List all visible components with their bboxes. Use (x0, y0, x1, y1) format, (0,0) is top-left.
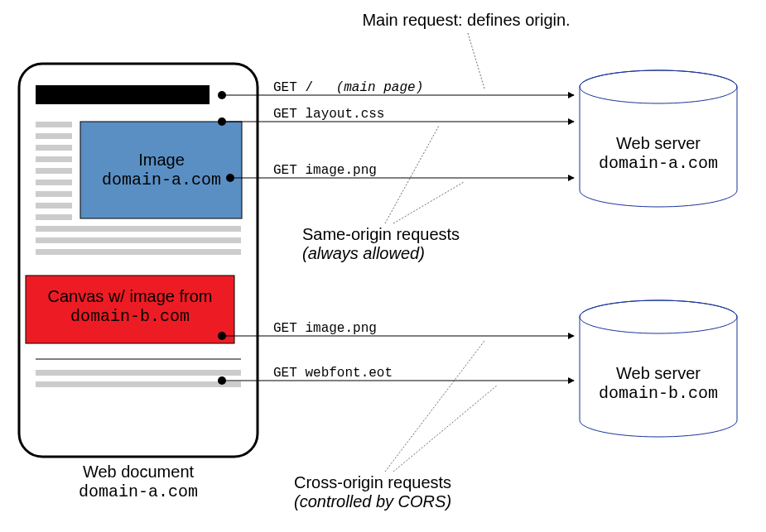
request-image-png-b: GET image.png (218, 321, 574, 340)
main-request-leader-line (468, 33, 484, 89)
canvas-box-domain: domain-b.com (70, 307, 190, 326)
svg-rect-11 (36, 237, 241, 243)
image-box-domain: domain-a.com (102, 170, 221, 189)
web-document-caption-domain: domain-a.com (79, 482, 198, 501)
server-a: Web server domain-a.com (580, 70, 737, 207)
svg-rect-2 (36, 133, 72, 139)
server-b-title: Web server (616, 364, 701, 382)
svg-text:GET /
      (main page): GET / (main page) (273, 80, 423, 95)
svg-rect-4 (36, 156, 72, 162)
server-b: Web server domain-b.com (580, 300, 737, 437)
same-origin-leader-2 (393, 182, 464, 223)
svg-rect-13 (36, 370, 241, 376)
svg-text:GET layout.css: GET layout.css (273, 107, 384, 122)
svg-rect-12 (36, 249, 241, 255)
svg-rect-7 (36, 191, 72, 197)
svg-text:GET webfont.eot: GET webfont.eot (273, 366, 393, 381)
same-origin-label-l2: (always allowed) (302, 244, 425, 262)
request-layout-css: GET layout.css (218, 107, 574, 126)
svg-rect-3 (36, 145, 72, 151)
svg-rect-14 (36, 381, 241, 387)
cross-origin-label-l1: Cross-origin requests (294, 473, 451, 491)
main-request-label: Main request: defines origin. (362, 11, 570, 29)
cross-origin-leader-2 (393, 386, 497, 472)
svg-rect-1 (36, 122, 72, 127)
svg-text:GET image.png: GET image.png (273, 163, 377, 178)
request-webfont-eot: GET webfont.eot (218, 366, 574, 385)
server-a-domain: domain-a.com (599, 154, 718, 173)
page-header-bar (36, 85, 210, 104)
request-main-page: GET / (main page) (218, 80, 574, 99)
server-b-domain: domain-b.com (599, 384, 718, 403)
cross-origin-leader-1 (385, 341, 484, 472)
cross-origin-label-l2: (controlled by CORS) (294, 492, 451, 510)
same-origin-label-l1: Same-origin requests (302, 225, 460, 243)
svg-rect-8 (36, 203, 72, 208)
web-document-caption-title: Web document (83, 463, 195, 481)
svg-text:GET image.png: GET image.png (273, 321, 377, 336)
same-origin-leader-1 (385, 126, 439, 223)
svg-rect-6 (36, 180, 72, 185)
svg-rect-5 (36, 168, 72, 174)
request-image-png-a: GET image.png (226, 163, 574, 182)
svg-rect-10 (36, 226, 241, 232)
server-a-title: Web server (616, 134, 701, 152)
svg-rect-9 (36, 214, 72, 220)
image-box-label: Image (138, 151, 185, 169)
canvas-box-label: Canvas w/ image from (48, 287, 213, 305)
